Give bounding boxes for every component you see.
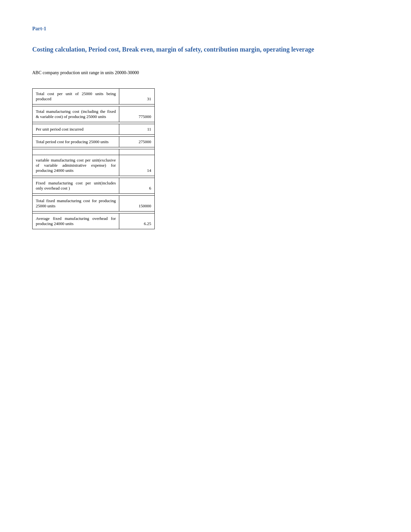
table-row: Total cost per unit of 25000 units being…: [33, 89, 155, 104]
table-row: Average fixed manufacturing overhead for…: [33, 213, 155, 229]
part-label: Part-1: [32, 26, 379, 32]
table-row-spacer: [33, 149, 155, 155]
table-row: variable manufacturing cost per unit(exc…: [33, 155, 155, 176]
description: ABC company production unit range in uni…: [32, 70, 379, 75]
table-row: Total manufacturing cost (including the …: [33, 106, 155, 122]
table-row: Total fixed manufacturing cost for produ…: [33, 196, 155, 212]
table-row: Total period cost for producing 25000 un…: [33, 137, 155, 147]
cost-table: Total cost per unit of 25000 units being…: [32, 88, 155, 229]
table-row: Per unit period cost incurred 11: [33, 124, 155, 135]
table-row: Fixed manufacturing cost per unit(includ…: [33, 178, 155, 194]
main-heading: Costing calculation, Period cost, Break …: [32, 44, 379, 54]
